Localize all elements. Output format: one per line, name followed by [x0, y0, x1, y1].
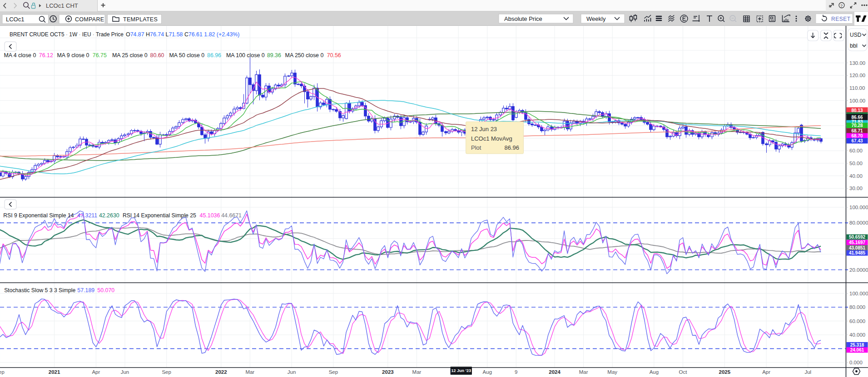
svg-text:110.00: 110.00: [849, 85, 865, 91]
svg-text:Mar: Mar: [579, 369, 588, 375]
svg-text:MA 4 close 0: MA 4 close 0: [4, 52, 36, 59]
svg-text:0.000: 0.000: [849, 360, 863, 365]
svg-text:Aug: Aug: [650, 369, 659, 375]
svg-text:44.6671: 44.6671: [221, 212, 242, 219]
svg-text:2025: 2025: [719, 369, 731, 375]
svg-text:2021: 2021: [49, 369, 60, 375]
svg-text:89.36: 89.36: [267, 52, 281, 59]
svg-text:40.00: 40.00: [849, 173, 863, 179]
svg-text:12 Jun 23: 12 Jun 23: [471, 126, 497, 132]
svg-text:86.96: 86.96: [504, 144, 519, 151]
svg-text:Jun: Jun: [288, 369, 296, 375]
svg-text:Mar: Mar: [412, 369, 422, 375]
svg-text:30.00: 30.00: [849, 186, 863, 191]
svg-text:42.2630: 42.2630: [99, 212, 119, 219]
svg-text:20.0000: 20.0000: [849, 267, 868, 273]
svg-text:BRENT CRUDE OCT5 · 1W · IEU ·: BRENT CRUDE OCT5 · 1W · IEU · Trade Pric…: [10, 31, 124, 38]
svg-text:Absolute Price: Absolute Price: [504, 15, 542, 22]
svg-text:Sep: Sep: [0, 369, 5, 375]
svg-text:Stochastic Slow 5 3 3 Simple: Stochastic Slow 5 3 3 Simple: [4, 287, 75, 294]
svg-text:Weekly: Weekly: [586, 15, 606, 22]
svg-text:25.318: 25.318: [850, 343, 864, 348]
svg-text:Apr: Apr: [762, 369, 770, 375]
svg-text:RSI 9 Exponential Simple 14: RSI 9 Exponential Simple 14: [3, 212, 74, 219]
svg-text:100.000: 100.000: [849, 291, 868, 296]
svg-text:2022: 2022: [215, 369, 227, 375]
svg-text:MA 250 close 0: MA 250 close 0: [285, 52, 324, 59]
svg-text:May: May: [607, 369, 617, 375]
svg-text:70.28: 70.28: [851, 123, 863, 128]
svg-text:50.070: 50.070: [97, 287, 114, 294]
svg-text:45.1036: 45.1036: [200, 212, 220, 219]
svg-text:RESET: RESET: [831, 16, 851, 22]
svg-text:80.60: 80.60: [150, 52, 164, 59]
svg-text:47.3211: 47.3211: [77, 212, 97, 219]
svg-text:RSI 14 Exponential Simple 25: RSI 14 Exponential Simple 25: [123, 212, 196, 219]
svg-text:24.061: 24.061: [850, 348, 864, 353]
svg-text:86.96: 86.96: [207, 52, 221, 59]
svg-text:Plot: Plot: [471, 144, 481, 151]
svg-text:2023: 2023: [382, 369, 394, 375]
svg-text:MA 100 close 0: MA 100 close 0: [226, 52, 265, 59]
svg-text:Jul: Jul: [804, 369, 811, 375]
svg-text:Aug: Aug: [483, 369, 492, 375]
svg-text:Apr: Apr: [92, 369, 100, 375]
svg-text:Mar: Mar: [245, 369, 254, 375]
svg-text:76.75: 76.75: [93, 52, 107, 59]
svg-text:MA 9 close 0: MA 9 close 0: [57, 52, 89, 59]
svg-text:57.189: 57.189: [77, 287, 94, 294]
svg-text:MA 25 close 0: MA 25 close 0: [112, 52, 148, 59]
svg-text:12 Jun ’23: 12 Jun ’23: [451, 368, 471, 373]
svg-text:LCOc1 MovAvg: LCOc1 MovAvg: [471, 135, 512, 142]
svg-text:60.00: 60.00: [849, 148, 863, 153]
svg-text:100.00: 100.00: [849, 98, 865, 103]
svg-text:80.13: 80.13: [851, 108, 863, 113]
svg-text:43.0851: 43.0851: [849, 245, 866, 250]
svg-text:45.1697: 45.1697: [849, 240, 866, 245]
svg-text:O74.87 H76.74 L71.58 C76.61: O74.87 H76.74 L71.58 C76.61 1.82 (+2.43%…: [126, 31, 240, 38]
svg-text:70.56: 70.56: [327, 52, 341, 59]
svg-text:68.70: 68.70: [851, 133, 863, 138]
svg-text:67.43: 67.43: [851, 138, 863, 143]
svg-text:120.00: 120.00: [849, 73, 865, 78]
svg-text:130.00: 130.00: [849, 60, 865, 66]
svg-text:40.000: 40.000: [849, 332, 865, 338]
svg-text:80.0000: 80.0000: [849, 220, 868, 225]
svg-text:50.00: 50.00: [849, 161, 863, 166]
svg-text:60.000: 60.000: [849, 318, 865, 324]
svg-text:2024: 2024: [549, 369, 560, 375]
svg-text:50.6592: 50.6592: [849, 235, 866, 240]
svg-text:9: 9: [515, 369, 517, 375]
svg-text:76.12: 76.12: [39, 52, 53, 59]
svg-text:MA 50 close 0: MA 50 close 0: [169, 52, 204, 59]
svg-text:80.000: 80.000: [849, 304, 865, 310]
svg-text:Jun: Jun: [121, 369, 129, 375]
svg-text:bbl: bbl: [850, 43, 858, 49]
svg-text:Sep: Sep: [162, 369, 171, 375]
svg-text:Oct: Oct: [679, 369, 688, 375]
svg-text:68.71: 68.71: [851, 128, 863, 133]
svg-text:Sep: Sep: [329, 369, 338, 375]
svg-text:41.9485: 41.9485: [849, 250, 866, 255]
svg-text:100.0000: 100.0000: [849, 205, 868, 210]
svg-text:USD: USD: [850, 32, 862, 38]
